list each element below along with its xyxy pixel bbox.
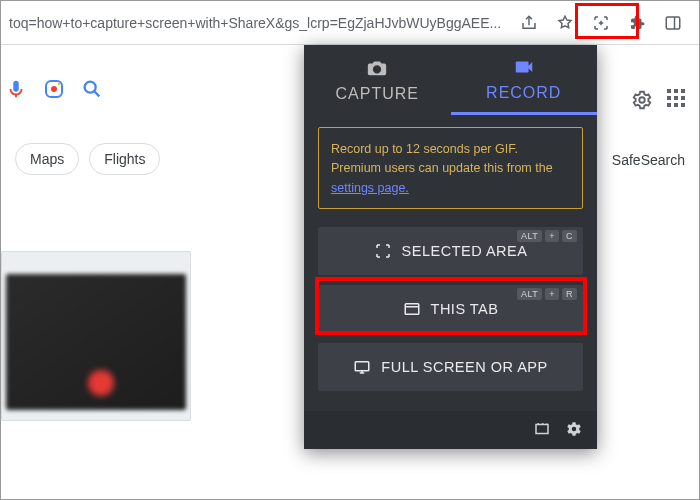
settings-page-link[interactable]: settings page.	[331, 181, 409, 195]
url-text[interactable]: toq=how+to+capture+screen+with+ShareX&gs…	[9, 15, 511, 31]
shortcut-this-tab: ALT+R	[517, 288, 577, 300]
info-text: Record up to 12 seconds per GIF. Premium…	[331, 142, 553, 175]
shortcut-selected-area: ALT+C	[517, 230, 577, 242]
selected-area-label: SELECTED AREA	[402, 243, 528, 259]
svg-point-2	[51, 86, 57, 92]
screen-capture-extension-popup: CAPTURE RECORD Record up to 12 seconds p…	[304, 45, 597, 449]
share-icon[interactable]	[517, 11, 541, 35]
search-icon[interactable]	[79, 76, 105, 102]
tab-record-label: RECORD	[486, 84, 561, 102]
result-thumbnail[interactable]	[1, 251, 191, 421]
svg-point-3	[58, 83, 60, 85]
google-apps-icon[interactable]	[667, 89, 685, 115]
premium-info-box: Record up to 12 seconds per GIF. Premium…	[318, 127, 583, 209]
popup-footer	[304, 411, 597, 449]
tab-capture-label: CAPTURE	[336, 85, 419, 103]
settings-gear-icon[interactable]	[631, 89, 653, 115]
tab-capture[interactable]: CAPTURE	[304, 45, 451, 115]
extension-capture-icon[interactable]	[589, 11, 613, 35]
record-this-tab-button[interactable]: THIS TAB ALT+R	[318, 285, 583, 333]
this-tab-label: THIS TAB	[431, 301, 499, 317]
sidepanel-icon[interactable]	[661, 11, 685, 35]
voice-search-icon[interactable]	[3, 76, 29, 102]
svg-rect-7	[356, 362, 370, 371]
extensions-puzzle-icon[interactable]	[625, 11, 649, 35]
bookmark-star-icon[interactable]	[553, 11, 577, 35]
search-filter-chips: Maps Flights	[15, 143, 160, 175]
browser-address-bar: toq=how+to+capture+screen+with+ShareX&gs…	[1, 1, 699, 45]
svg-point-4	[85, 82, 96, 93]
full-screen-label: FULL SCREEN OR APP	[381, 359, 547, 375]
safesearch-label[interactable]: SafeSearch	[612, 152, 685, 168]
lens-search-icon[interactable]	[41, 76, 67, 102]
recordings-library-icon[interactable]	[533, 420, 551, 441]
extension-settings-icon[interactable]	[565, 420, 583, 441]
record-selected-area-button[interactable]: SELECTED AREA ALT+C	[318, 227, 583, 275]
chip-flights[interactable]: Flights	[89, 143, 160, 175]
svg-point-5	[639, 97, 645, 103]
record-full-screen-button[interactable]: FULL SCREEN OR APP	[318, 343, 583, 391]
svg-rect-0	[666, 17, 680, 29]
chip-maps[interactable]: Maps	[15, 143, 79, 175]
google-search-icons	[1, 76, 105, 102]
svg-rect-6	[405, 304, 419, 315]
tab-record[interactable]: RECORD	[451, 45, 598, 115]
